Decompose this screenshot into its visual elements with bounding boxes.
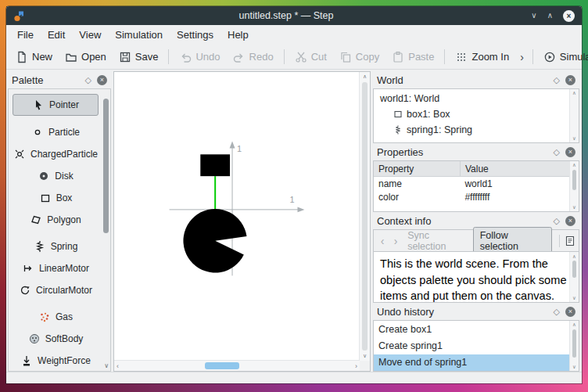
scroll-track[interactable]	[572, 168, 576, 204]
undo-item-create-spring1[interactable]: Create spring1	[374, 338, 579, 354]
column-header-value[interactable]: Value	[460, 161, 570, 177]
palette-item-disk[interactable]: Disk	[13, 166, 99, 186]
undo-button[interactable]: Undo	[174, 49, 225, 66]
property-name-cell[interactable]: color	[374, 190, 460, 203]
scrollbar[interactable]: ∧ ∨	[569, 252, 579, 302]
scroll-down-icon[interactable]: ∨	[572, 294, 576, 301]
scroll-down-icon[interactable]: ∨	[363, 353, 367, 359]
property-name-cell[interactable]	[374, 203, 460, 212]
float-panel-button[interactable]: ◇	[554, 217, 560, 225]
close-panel-button[interactable]: ×	[97, 75, 107, 85]
float-panel-button[interactable]: ◇	[554, 76, 560, 85]
tree-item-box1[interactable]: box1: Box	[374, 106, 579, 122]
float-panel-button[interactable]: ◇	[554, 148, 560, 156]
back-button[interactable]: ‹	[377, 236, 388, 246]
menu-simulation[interactable]: Simulation	[108, 25, 170, 45]
simulate-button[interactable]: Simulate ▾	[538, 49, 588, 66]
scroll-down-icon[interactable]: ∨	[572, 364, 576, 370]
scroll-thumb[interactable]	[572, 261, 576, 278]
world-header: World ◇ ×	[373, 71, 579, 88]
scroll-up-icon[interactable]: ∧	[572, 162, 576, 168]
tree-item-spring1[interactable]: spring1: Spring	[374, 122, 579, 138]
copy-button[interactable]: Copy	[334, 49, 385, 66]
menu-help[interactable]: Help	[220, 25, 256, 45]
world-scene[interactable]: 1 1	[114, 72, 360, 361]
scroll-left-icon[interactable]: ‹	[114, 362, 121, 370]
palette-item-pointer[interactable]: Pointer	[13, 94, 99, 116]
palette-item-circularmotor[interactable]: CircularMotor	[13, 280, 99, 300]
disk-object[interactable]	[183, 209, 246, 272]
scroll-thumb[interactable]	[572, 329, 576, 358]
scroll-right-icon[interactable]: ›	[353, 362, 360, 370]
scroll-track[interactable]	[572, 260, 576, 294]
maximize-button[interactable]: ∧	[547, 12, 553, 20]
canvas-vertical-scrollbar[interactable]: ∧ ∨	[359, 72, 370, 361]
palette-scrollbar-thumb[interactable]	[103, 99, 109, 233]
close-button[interactable]: ×	[563, 10, 575, 22]
property-name-cell[interactable]: name	[374, 177, 460, 191]
palette-item-chargedparticle[interactable]: ChargedParticle	[13, 144, 99, 164]
scroll-thumb[interactable]	[572, 170, 576, 190]
column-header-property[interactable]: Property	[374, 161, 460, 177]
toolbar-separator	[532, 49, 533, 64]
palette-item-softbody[interactable]: SoftBody	[13, 329, 99, 349]
vertical-scroll-thumb[interactable]	[362, 82, 368, 351]
scrollbar[interactable]: ∧ ∨	[569, 321, 579, 371]
palette-scroll-down-icon[interactable]: ∨	[104, 362, 109, 369]
close-panel-button[interactable]: ×	[565, 147, 575, 157]
open-button[interactable]: Open	[59, 49, 112, 66]
menu-view[interactable]: View	[72, 25, 108, 45]
menu-edit[interactable]: Edit	[41, 25, 72, 45]
scroll-down-icon[interactable]: ∨	[572, 204, 576, 210]
scrollbar[interactable]: ∧ ∨	[569, 161, 579, 211]
forward-button[interactable]: ›	[390, 236, 401, 246]
undo-item-move-end-of-spring1[interactable]: Move end of spring1	[374, 354, 579, 371]
palette-item-gas[interactable]: Gas	[13, 307, 99, 327]
property-value-cell[interactable]: world1	[460, 177, 570, 191]
open-label: Open	[81, 51, 106, 63]
property-value-cell[interactable]	[460, 203, 570, 212]
redo-button[interactable]: Redo	[228, 49, 279, 66]
world-title: World	[377, 74, 554, 86]
zoom-in-button[interactable]: Zoom In	[450, 49, 514, 66]
canvas-horizontal-scrollbar[interactable]: ‹ ›	[114, 360, 360, 371]
titlebar[interactable]: untitled.step * — Step ∨ ∧ ×	[6, 6, 582, 25]
open-folder-icon	[65, 51, 77, 63]
text-document-icon[interactable]	[565, 236, 575, 246]
scroll-down-icon[interactable]: ∨	[572, 135, 576, 142]
paste-button[interactable]: Paste	[386, 49, 439, 66]
palette-item-particle[interactable]: Particle	[13, 122, 99, 142]
property-value-cell[interactable]: #ffffffff	[460, 190, 570, 203]
scroll-up-icon[interactable]: ∧	[572, 253, 576, 260]
palette-item-polygon[interactable]: Polygon	[13, 210, 99, 230]
palette-item-spring[interactable]: Spring	[13, 236, 99, 257]
sync-selection-button[interactable]: Sync selection	[403, 230, 471, 252]
save-button[interactable]: Save	[113, 49, 164, 66]
toolbar-overflow-button[interactable]: ›	[516, 51, 528, 63]
palette-item-box[interactable]: Box	[13, 188, 99, 208]
palette-item-linearmotor[interactable]: LinearMotor	[13, 258, 99, 279]
scroll-track[interactable]	[572, 96, 576, 135]
cut-button[interactable]: Cut	[289, 49, 332, 66]
undo-item-create-box1[interactable]: Create box1	[374, 322, 579, 338]
context-info-title: Context info	[377, 215, 554, 227]
palette-item-weightforce[interactable]: WeightForce	[13, 351, 99, 371]
scroll-up-icon[interactable]: ∧	[572, 90, 576, 96]
menu-file[interactable]: File	[10, 25, 41, 45]
new-button[interactable]: New	[10, 49, 58, 66]
scrollbar[interactable]: ∧ ∨	[569, 89, 579, 142]
menu-settings[interactable]: Settings	[170, 25, 220, 45]
close-panel-button[interactable]: ×	[565, 216, 575, 226]
tree-item-world1[interactable]: world1: World	[374, 91, 579, 106]
float-panel-button[interactable]: ◇	[85, 76, 91, 85]
minimize-button[interactable]: ∨	[531, 12, 536, 20]
close-panel-button[interactable]: ×	[565, 75, 575, 85]
float-panel-button[interactable]: ◇	[554, 307, 560, 316]
box-object[interactable]	[200, 154, 230, 176]
scroll-track[interactable]	[572, 328, 576, 364]
scroll-up-icon[interactable]: ∧	[363, 74, 367, 80]
close-panel-button[interactable]: ×	[565, 307, 575, 317]
palette-scrollbar[interactable]	[103, 94, 109, 358]
scroll-up-icon[interactable]: ∧	[572, 322, 576, 328]
horizontal-scroll-thumb[interactable]	[205, 362, 239, 369]
